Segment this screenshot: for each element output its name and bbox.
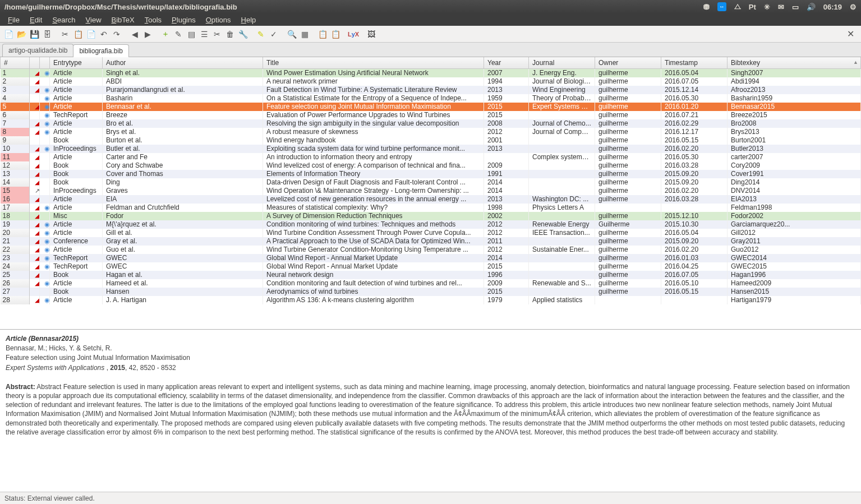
add-entry-icon[interactable]: ＋: [159, 28, 172, 40]
table-row[interactable]: 24◢◉TechReportGWECGlobal Wind Report - A…: [1, 262, 861, 271]
mail-icon[interactable]: ✉: [778, 3, 784, 11]
col-header-Bibtexkey[interactable]: Bibtexkey▲: [728, 57, 861, 68]
pdf-icon[interactable]: ◢: [33, 237, 40, 245]
pdf-icon[interactable]: ◢: [33, 170, 40, 178]
table-row[interactable]: 16◢ArticleEIALevelized cost of new gener…: [1, 195, 861, 204]
menu-file[interactable]: File: [3, 15, 24, 25]
battery-icon[interactable]: ▭: [792, 3, 799, 11]
web-icon[interactable]: ◉: [43, 204, 50, 211]
table-row[interactable]: 6◉TechReportBreezeEvaluation of Power Pe…: [1, 111, 861, 119]
table-row[interactable]: 25◢BookHagan et al.Neural network design…: [1, 271, 861, 279]
pdf-icon[interactable]: ◢: [33, 103, 40, 110]
entries-table[interactable]: #EntrytypeAuthorTitleYearJournalOwnerTim…: [0, 57, 861, 329]
web-icon[interactable]: ◉: [43, 229, 50, 237]
pdf-icon[interactable]: ◢: [33, 220, 40, 228]
dropbox-icon[interactable]: ⛃: [703, 3, 710, 11]
web-icon[interactable]: ◉: [43, 86, 50, 94]
menu-bibtex[interactable]: BibTeX: [107, 15, 139, 25]
forward-icon[interactable]: ▶: [141, 28, 154, 40]
col-header-Owner[interactable]: Owner: [595, 57, 661, 68]
tab-bibliografia-bib[interactable]: bibliografia.bib: [73, 44, 128, 57]
web-icon[interactable]: ◉: [43, 296, 50, 304]
pdf-icon[interactable]: ◢: [33, 204, 40, 211]
web-icon[interactable]: ◉: [43, 237, 50, 245]
save-icon[interactable]: 💾: [28, 28, 40, 40]
pdf-icon[interactable]: ◢: [33, 296, 40, 304]
menu-help[interactable]: Help: [237, 15, 261, 25]
web-icon[interactable]: ◉: [43, 69, 50, 77]
delete-icon[interactable]: 🗑: [224, 28, 236, 40]
tool-icon[interactable]: 🔧: [237, 28, 249, 40]
web-icon[interactable]: ◉: [43, 262, 50, 270]
web-icon[interactable]: ◉: [43, 220, 50, 228]
web-icon[interactable]: ◉: [43, 128, 50, 136]
web-icon[interactable]: ◉: [43, 103, 50, 110]
col-header-Year[interactable]: Year: [484, 57, 529, 68]
table-row[interactable]: 1◢◉ArticleSingh et al.Wind Power Estimat…: [1, 68, 861, 77]
open-file-icon[interactable]: 📂: [15, 28, 27, 40]
link-icon[interactable]: ↗: [33, 187, 40, 195]
pdf-icon[interactable]: ◢: [33, 279, 40, 287]
search-icon[interactable]: 🔍: [286, 28, 298, 40]
table-row[interactable]: 10◢◉InProceedingsButler et al.Exploiting…: [1, 145, 861, 153]
table-row[interactable]: 19◢◉ArticleM{\'a}rquez et al.Condition m…: [1, 220, 861, 229]
menu-plugins[interactable]: Plugins: [167, 15, 200, 25]
clock[interactable]: 06:19: [823, 3, 842, 11]
web-icon[interactable]: ◉: [43, 279, 50, 287]
pdf-icon[interactable]: ◢: [33, 77, 40, 85]
menu-view[interactable]: View: [81, 15, 106, 25]
web-icon[interactable]: ◉: [43, 94, 50, 102]
table-row[interactable]: 27BookHansenAerodynamics of wind turbine…: [1, 288, 861, 296]
mark-icon[interactable]: ✎: [255, 28, 267, 40]
menu-search[interactable]: Search: [48, 15, 80, 25]
web-icon[interactable]: ◉: [43, 145, 50, 152]
teamviewer-icon[interactable]: ↔: [717, 2, 726, 11]
back-icon[interactable]: ◀: [128, 28, 141, 40]
pdf-icon[interactable]: ◢: [33, 262, 40, 270]
table-row[interactable]: 2◢ArticleABDIA neural network primer1994…: [1, 77, 861, 86]
col-header-icon2[interactable]: [40, 57, 50, 68]
table-row[interactable]: 4◉ArticleBasharinOn a Statistical Estima…: [1, 94, 861, 103]
table-row[interactable]: 12◢BookCory and SchwabeWind levelized co…: [1, 161, 861, 170]
col-header-icon1[interactable]: [30, 57, 40, 68]
table-row[interactable]: 5◢◉ArticleBennasar et al.Feature selecti…: [1, 103, 861, 111]
cut-icon[interactable]: ✂: [59, 28, 71, 40]
wifi-icon[interactable]: ⧍: [734, 2, 741, 11]
table-row[interactable]: 7◢◉ArticleBro et al.Resolving the sign a…: [1, 119, 861, 128]
table-row[interactable]: 11◢ArticleCarter and FeAn introduction t…: [1, 153, 861, 161]
menu-tools[interactable]: Tools: [140, 15, 166, 25]
pdf-icon[interactable]: ◢: [33, 119, 40, 127]
image-icon[interactable]: 🖼: [365, 28, 377, 40]
unmark-icon[interactable]: ✓: [268, 28, 280, 40]
pdf-icon[interactable]: ◢: [33, 246, 40, 253]
new-file-icon[interactable]: 📄: [2, 28, 15, 40]
pdf-icon[interactable]: ◢: [33, 254, 40, 262]
table-row[interactable]: 22◢◉ArticleGuo et al.Wind Turbine Genera…: [1, 246, 861, 254]
pdf-icon[interactable]: ◢: [33, 195, 40, 203]
table-row[interactable]: 3◢◉ArticlePurarjomandlangrudi et al.Faul…: [1, 86, 861, 94]
pdf-icon[interactable]: ◢: [33, 161, 40, 169]
copy-cite-icon[interactable]: 📋: [316, 28, 329, 40]
redo-icon[interactable]: ↷: [110, 28, 123, 40]
col-header-Timestamp[interactable]: Timestamp: [661, 57, 728, 68]
pdf-icon[interactable]: ◢: [33, 229, 40, 237]
pdf-icon[interactable]: ◢: [33, 178, 40, 186]
table-row[interactable]: 21◢◉ConferenceGray et al.A Practical App…: [1, 237, 861, 246]
table-row[interactable]: 14◢BookDingData-driven Design of Fault D…: [1, 178, 861, 187]
copy-icon[interactable]: 📋: [72, 28, 84, 40]
preamble-icon[interactable]: ☰: [198, 28, 210, 40]
col-header-Author[interactable]: Author: [103, 57, 263, 68]
paste-icon[interactable]: 📄: [85, 28, 97, 40]
language-indicator[interactable]: Pt: [749, 3, 756, 11]
strings-icon[interactable]: ✂: [211, 28, 223, 40]
pdf-icon[interactable]: ◢: [33, 128, 40, 136]
col-header-Entrytype[interactable]: Entrytype: [50, 57, 103, 68]
pdf-icon[interactable]: ◢: [33, 86, 40, 94]
table-row[interactable]: 28◢◉ArticleJ. A. HartiganAlgorithm AS 13…: [1, 296, 861, 304]
web-icon[interactable]: ◉: [43, 111, 50, 119]
col-header-Journal[interactable]: Journal: [529, 57, 595, 68]
table-row[interactable]: 15↗InProceedingsGravesWind Operation \& …: [1, 187, 861, 195]
bluetooth-icon[interactable]: ✳: [764, 3, 770, 11]
pdf-icon[interactable]: ◢: [33, 153, 40, 161]
save-all-icon[interactable]: 🗄: [41, 28, 53, 40]
